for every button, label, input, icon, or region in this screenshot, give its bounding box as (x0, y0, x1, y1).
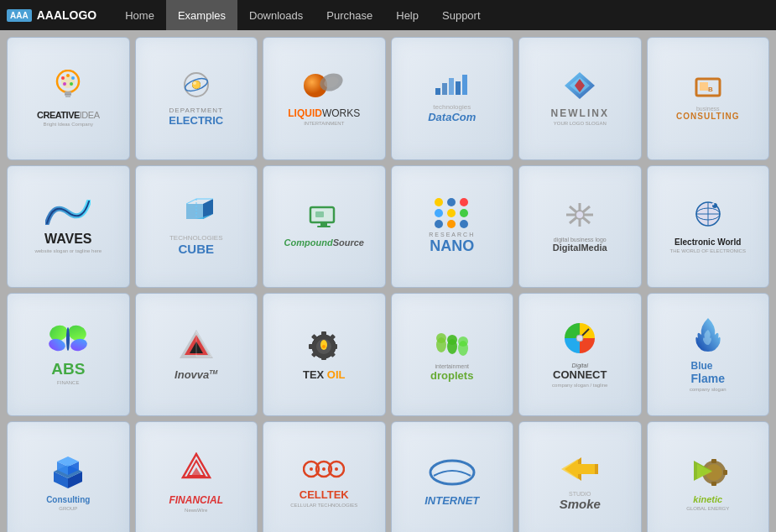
nav-link-home[interactable]: Home (113, 0, 166, 30)
svg-point-95 (335, 467, 338, 471)
newlinx-main-text: NEWLINX (551, 107, 609, 119)
logo-card-electronic-world[interactable]: Electronic World THE WORLD OF ELECTRONIC… (647, 165, 770, 289)
digital-media-main-text: DigitalMedia (553, 243, 607, 253)
logo-card-kinetic[interactable]: kinetic GLOBAL ENERGY (647, 421, 770, 533)
svg-line-32 (186, 199, 196, 204)
globe-icon (691, 199, 725, 234)
svg-point-75 (447, 335, 457, 345)
logo-card-creative-idea[interactable]: CREATIVEIDEA Bright Ideas Company (7, 37, 130, 160)
liquid-icon (303, 70, 345, 104)
liquid-main-text: LIQUIDWORKS (288, 107, 360, 119)
datacom-tech-text: technologies (433, 103, 471, 111)
electronic-world-main-text: Electronic World (674, 237, 741, 247)
droplets-icon (431, 326, 473, 360)
abs-main-text: ABS (51, 360, 85, 378)
financial-sub-text: NewsWire (185, 508, 207, 513)
logo-card-smoke[interactable]: STUDIO Smoke (518, 421, 642, 533)
svg-point-14 (193, 81, 196, 85)
smoke-arrow-icon (561, 454, 598, 488)
svg-rect-64 (309, 344, 314, 349)
digital-connect-main-text: CONNECT (553, 368, 607, 381)
waves-icon (45, 200, 91, 228)
digital-media-sub1: digital business logo (554, 237, 607, 243)
logo-card-digital-media[interactable]: digital business logo DigitalMedia (518, 165, 642, 289)
nano-dots-icon (435, 198, 470, 228)
nav-item-help[interactable]: Help (384, 0, 430, 30)
svg-point-93 (310, 467, 313, 471)
kinetic-main-text: kinetic (693, 494, 722, 504)
logo-card-nano[interactable]: RESEARCH NANO (391, 165, 514, 289)
nav-item-downloads[interactable]: Downloads (237, 0, 315, 30)
svg-point-94 (322, 467, 326, 471)
nav-link-examples[interactable]: Examples (166, 0, 237, 30)
nano-research-text: RESEARCH (429, 232, 475, 237)
svg-rect-103 (711, 482, 716, 486)
abs-sub-text: FINANCE (57, 380, 79, 385)
waves-sub-text: website slogan or tagline here (34, 248, 102, 253)
svg-rect-62 (321, 331, 326, 336)
svg-point-54 (70, 337, 87, 353)
logo-card-internet[interactable]: INTERNET (391, 421, 514, 533)
butterfly-icon (49, 323, 87, 357)
nav-link-purchase[interactable]: Purchase (315, 0, 384, 30)
kinetic-sub-text: GLOBAL ENERGY (686, 506, 729, 511)
nav-item-examples[interactable]: Examples (166, 0, 237, 30)
logo-text: AAALOGO (37, 8, 97, 22)
internet-main-text: INTERNET (424, 494, 479, 507)
cube-tech-text: TECHNOLOGIES (169, 234, 223, 242)
inovva-triangle-icon (178, 328, 215, 365)
svg-rect-65 (332, 344, 337, 349)
electric-main-text: ELECTRIC (169, 114, 223, 127)
svg-rect-21 (456, 81, 461, 95)
newlinx-sub-text: YOUR LOGO SLOGAN (554, 121, 607, 126)
logo-card-blue-flame[interactable]: BlueFlame company slogan (647, 293, 770, 416)
svg-rect-63 (321, 355, 326, 360)
liquid-sub-text: INTERTAINMENT (304, 121, 344, 126)
creative-idea-sub-text: Bright Ideas Company (44, 122, 93, 127)
svg-rect-38 (317, 226, 331, 227)
logo-card-datacom[interactable]: technologies DataCom (391, 37, 514, 160)
logo-card-compound-source[interactable]: CompoundSource (263, 165, 386, 289)
logo-card-waves[interactable]: WAVES website slogan or tagline here (7, 165, 130, 289)
electric-icon (180, 70, 213, 103)
svg-point-7 (71, 76, 75, 80)
datacom-main-text: DataCom (428, 111, 476, 123)
logo-card-electric[interactable]: DEPARTMENT ELECTRIC (135, 37, 258, 160)
logo-card-cube[interactable]: TECHNOLOGIES CUBE (135, 165, 258, 289)
logo-card-consulting-group[interactable]: Consulting GROUP (7, 421, 130, 533)
logo-card-droplets[interactable]: intertainment droplets (391, 293, 514, 416)
site-logo[interactable]: AAA AAALOGO (7, 8, 96, 22)
svg-rect-102 (711, 459, 716, 463)
logo-card-newlinx[interactable]: NEWLINX YOUR LOGO SLOGAN (518, 37, 642, 160)
nav-link-downloads[interactable]: Downloads (237, 0, 315, 30)
digital-media-icon (563, 200, 596, 233)
logo-card-financial[interactable]: FINANCIAL NewsWire (135, 421, 258, 533)
smoke-pre-text: STUDIO (569, 491, 591, 497)
nav-item-home[interactable]: Home (113, 0, 166, 30)
nav-item-purchase[interactable]: Purchase (315, 0, 384, 30)
svg-point-55 (66, 327, 70, 351)
tex-oil-main-text: TEX OIL (303, 368, 346, 381)
internet-oval-icon (427, 457, 477, 491)
nav-link-help[interactable]: Help (384, 0, 430, 30)
svg-marker-29 (186, 204, 203, 219)
nav-item-support[interactable]: Support (430, 0, 492, 30)
consulting-biz-text: business (696, 106, 720, 112)
logo-card-inovva[interactable]: InovvaTM (135, 293, 258, 416)
logo-card-liquid-works[interactable]: LIQUIDWORKS INTERTAINMENT (263, 37, 386, 160)
logo-card-digital-connect[interactable]: Digital CONNECT company slogan / tagline (518, 293, 642, 416)
compound-main-text: CompoundSource (284, 237, 364, 248)
datacom-icon (434, 73, 471, 100)
smoke-main-text: Smoke (560, 497, 601, 511)
nav-link-support[interactable]: Support (430, 0, 492, 30)
logo-card-tex-oil[interactable]: TEX OIL (263, 293, 386, 416)
cube-icon (178, 197, 215, 231)
navigation: AAA AAALOGO Home Examples Downloads Purc… (0, 0, 776, 30)
logo-card-consulting[interactable]: B business CONSULTING (647, 37, 770, 160)
digital-connect-sub-text: company slogan / tagline (552, 383, 607, 388)
disc-icon (562, 321, 597, 359)
logo-card-celltek[interactable]: CELLTEK CELLULAR TECHNOLOGIES (263, 421, 386, 533)
logo-card-abs[interactable]: ABS FINANCE (7, 293, 130, 416)
svg-marker-99 (561, 459, 595, 479)
newlinx-icon (563, 70, 596, 104)
